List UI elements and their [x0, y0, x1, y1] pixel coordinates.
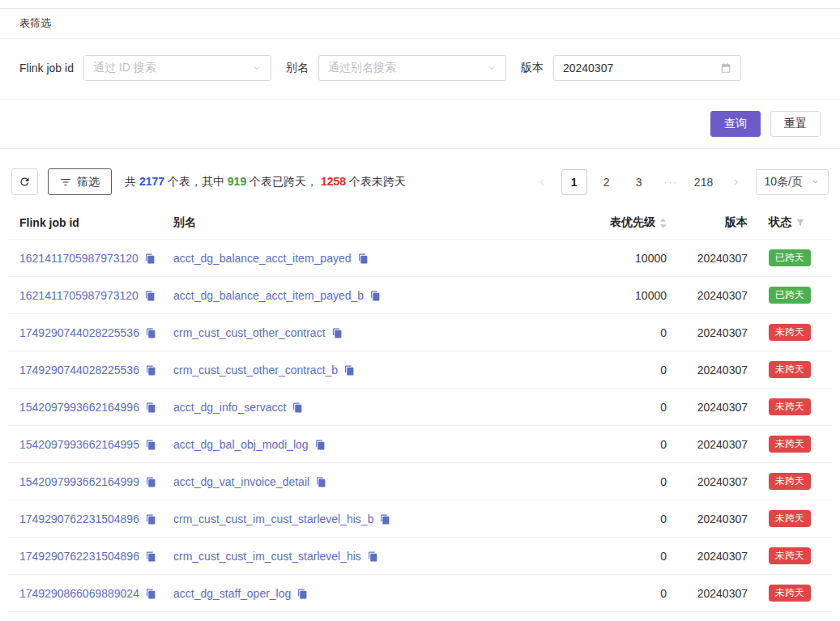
results-table: Flink job id 别名 表优先级 版本 状态 [8, 206, 832, 612]
filter-toggle-label: 筛选 [77, 175, 100, 189]
priority-cell: 0 [576, 389, 673, 426]
table-row: 1542097993662164995acct_dg_bal_obj_modi_… [8, 426, 832, 463]
version-cell: 20240307 [673, 314, 754, 351]
copy-icon[interactable] [145, 291, 156, 301]
alias-link[interactable]: acct_dg_balance_acct_item_payed [173, 252, 352, 265]
field-version: 版本 20240307 [521, 55, 741, 81]
pagination-page-1[interactable]: 1 [561, 169, 587, 195]
reset-button[interactable]: 重置 [770, 111, 821, 137]
table-row: 1749290866069889024acct_dg_staff_oper_lo… [8, 575, 832, 612]
filter-funnel-icon[interactable] [795, 218, 805, 228]
copy-icon[interactable] [146, 514, 156, 525]
flink-job-id-link[interactable]: 1621411705987973120 [19, 289, 139, 302]
version-cell: 20240307 [673, 277, 754, 314]
page-size-select[interactable]: 10条/页 [756, 169, 829, 195]
copy-icon[interactable] [358, 253, 369, 264]
status-badge: 已跨天 [769, 287, 811, 304]
copy-icon[interactable] [344, 365, 355, 376]
status-badge: 未跨天 [769, 398, 811, 415]
flink-job-id-link[interactable]: 1749290762231504896 [19, 550, 139, 563]
pagination-page-218[interactable]: 218 [691, 169, 717, 195]
filter-toggle-button[interactable]: 筛选 [48, 168, 112, 195]
table-header-row: Flink job id 别名 表优先级 版本 状态 [8, 206, 832, 240]
table-row: 1749290762231504896crm_cust_cust_im_cust… [8, 500, 832, 538]
alias-link[interactable]: acct_dg_bal_obj_modi_log [173, 438, 309, 451]
summary-uncrossed-count: 1258 [321, 175, 346, 188]
flink-job-id-link[interactable]: 1542097993662164995 [19, 438, 139, 451]
alias-link[interactable]: crm_cust_cust_other_contract [173, 326, 326, 339]
copy-icon[interactable] [146, 551, 156, 562]
copy-icon[interactable] [315, 440, 326, 450]
pagination-ellipsis[interactable]: ··· [659, 169, 684, 195]
table-toolbar: 筛选 共 2177 个表，其中 919 个表已跨天， 1258 个表未跨天 12… [11, 168, 829, 195]
copy-icon[interactable] [146, 328, 156, 338]
copy-icon[interactable] [145, 253, 156, 264]
priority-cell: 0 [576, 314, 673, 351]
priority-cell: 0 [576, 351, 673, 389]
copy-icon[interactable] [146, 440, 156, 450]
flink-job-id-link[interactable]: 1542097993662164996 [19, 401, 139, 414]
sort-icon[interactable] [659, 217, 667, 229]
pagination-next[interactable] [723, 169, 749, 195]
field-alias: 别名 通过别名搜索 [286, 55, 506, 81]
refresh-button[interactable] [11, 168, 38, 195]
query-button[interactable]: 查询 [710, 111, 761, 137]
alias-link[interactable]: acct_dg_info_servacct [173, 401, 286, 414]
pagination-prev[interactable] [529, 169, 555, 195]
header-status: 状态 [754, 206, 832, 240]
alias-link[interactable]: crm_cust_cust_other_contract_b [173, 364, 338, 376]
filter-panel-title: 表筛选 [0, 9, 840, 39]
copy-icon[interactable] [332, 328, 343, 338]
priority-cell: 0 [576, 463, 673, 500]
copy-icon[interactable] [297, 589, 308, 599]
status-badge: 未跨天 [769, 361, 811, 378]
flink-job-id-link[interactable]: 1749290762231504896 [19, 513, 139, 525]
status-badge: 未跨天 [769, 547, 811, 564]
version-cell: 20240307 [673, 500, 754, 538]
priority-cell: 0 [576, 575, 673, 612]
version-date-input[interactable]: 20240307 [553, 55, 741, 81]
alias-placeholder: 通过别名搜索 [328, 61, 396, 75]
priority-cell: 0 [576, 538, 673, 575]
copy-icon[interactable] [146, 477, 156, 487]
flink-job-id-link[interactable]: 1749290744028225536 [19, 326, 139, 339]
filter-lines-icon [60, 177, 71, 188]
priority-cell: 10000 [576, 277, 673, 314]
flink-job-id-link[interactable]: 1749290866069889024 [19, 587, 139, 600]
alias-label: 别名 [286, 61, 309, 75]
alias-link[interactable]: crm_cust_cust_im_cust_starlevel_his_b [173, 513, 373, 525]
pagination-page-3[interactable]: 3 [626, 169, 652, 195]
status-badge: 已跨天 [769, 249, 811, 266]
copy-icon[interactable] [370, 291, 381, 301]
copy-icon[interactable] [292, 402, 303, 413]
table-row: 1749290744028225536crm_cust_cust_other_c… [8, 314, 832, 351]
copy-icon[interactable] [146, 402, 156, 413]
copy-icon[interactable] [380, 514, 390, 525]
copy-icon[interactable] [146, 589, 156, 599]
table-row: 1749290762231504896crm_cust_cust_im_cust… [8, 538, 832, 575]
flink-job-id-label: Flink job id [19, 62, 74, 74]
version-cell: 20240307 [673, 389, 754, 426]
version-cell: 20240307 [673, 351, 754, 389]
summary-text: 共 2177 个表，其中 919 个表已跨天， 1258 个表未跨天 [125, 175, 406, 189]
alias-link[interactable]: crm_cust_cust_im_cust_starlevel_his [173, 550, 361, 563]
copy-icon[interactable] [368, 551, 378, 562]
chevron-down-icon [487, 63, 497, 73]
alias-link[interactable]: acct_dg_staff_oper_log [173, 587, 291, 600]
flink-job-id-select[interactable]: 通过 ID 搜索 [83, 55, 271, 81]
status-badge: 未跨天 [769, 585, 811, 602]
alias-link[interactable]: acct_dg_vat_invoice_detail [173, 475, 309, 488]
copy-icon[interactable] [316, 477, 326, 487]
pagination-page-2[interactable]: 2 [594, 169, 620, 195]
field-flink-job-id: Flink job id 通过 ID 搜索 [19, 55, 271, 81]
alias-link[interactable]: acct_dg_balance_acct_item_payed_b [173, 289, 364, 302]
filter-actions-row: 查询 重置 [0, 100, 840, 148]
flink-job-id-link[interactable]: 1749290744028225536 [19, 364, 139, 376]
table-row: 1621411705987973120acct_dg_balance_acct_… [8, 240, 832, 277]
header-priority[interactable]: 表优先级 [576, 206, 673, 240]
chevron-left-icon [537, 177, 547, 187]
alias-select[interactable]: 通过别名搜索 [318, 55, 506, 81]
copy-icon[interactable] [146, 365, 156, 376]
flink-job-id-link[interactable]: 1621411705987973120 [19, 252, 139, 265]
flink-job-id-link[interactable]: 1542097993662164999 [19, 475, 139, 488]
